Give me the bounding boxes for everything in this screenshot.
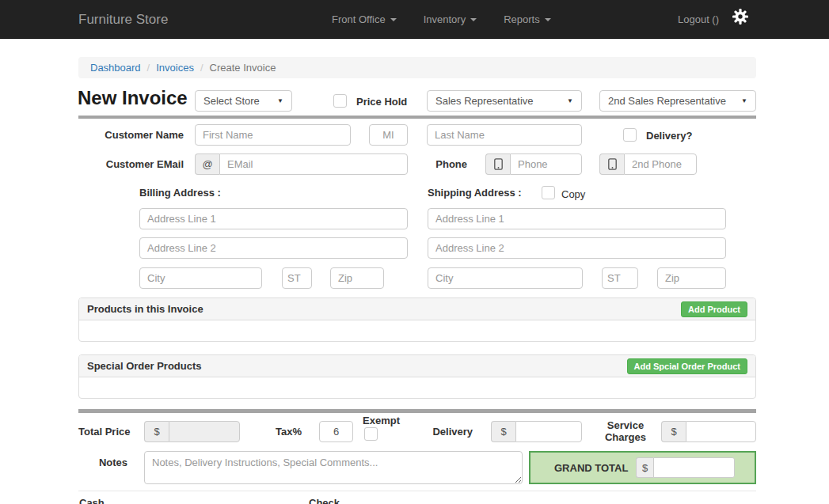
billing-state-input[interactable] [282,267,312,289]
select-arrow-icon: ▼ [567,97,573,104]
mi-input[interactable] [369,124,408,146]
phone-icon [485,153,510,175]
copy-label: Copy [561,188,585,200]
shipping-address-label: Shipping Address : [428,187,522,199]
caret-down-icon [390,18,397,21]
billing-address-label: Billing Address : [139,187,221,199]
add-special-order-product-button[interactable]: Add Spcial Order Product [627,358,747,374]
exempt-label: Exempt [363,415,400,426]
delivery-checkbox[interactable] [623,128,637,142]
delivery-amount-input[interactable] [515,421,582,442]
store-select-value: Select Store [203,95,260,107]
special-order-panel-title: Special Order Products [87,360,202,372]
special-order-panel-header: Special Order Products Add Spcial Order … [79,355,755,377]
service-charges-group: $ [661,421,756,442]
email-input[interactable] [219,153,408,175]
breadcrumb-link-dashboard[interactable]: Dashboard [90,62,141,74]
check-label: Check [309,497,340,504]
email-input-group: @ [195,153,408,175]
second-phone-input-group [599,153,697,175]
caret-down-icon [470,18,477,21]
customer-email-label: Customer EMail [78,158,184,170]
nav-item-front-office-label: Front Office [332,13,386,25]
sales-rep-select-value: Sales Representative [435,95,534,107]
totals-divider [78,409,756,413]
caret-down-icon [545,18,551,21]
cash-label: Cash [79,497,105,504]
price-hold-label: Price Hold [356,96,407,108]
grand-total-group: $ [636,457,735,478]
products-panel: Products in this Invoice Add Product [78,297,756,342]
shipping-address-line2-input[interactable] [428,237,726,259]
special-order-panel-body [79,377,755,398]
shipping-address-line1-input[interactable] [428,208,726,229]
header-divider [78,116,756,119]
logout-link[interactable]: Logout () [678,0,719,39]
service-charges-input[interactable] [686,421,756,442]
delivery-amount-group: $ [491,421,582,442]
billing-address-line2-input[interactable] [139,237,408,259]
copy-address-checkbox[interactable] [542,186,555,199]
total-price-input [169,421,240,442]
nav-item-front-office[interactable]: Front Office [332,13,397,25]
products-panel-body [79,320,755,341]
delivery-amount-label: Delivery [425,426,473,438]
shipping-city-input[interactable] [428,267,583,289]
notes-textarea[interactable] [144,451,523,484]
breadcrumb: Dashboard / Invoices / Create Invoice [78,57,756,78]
breadcrumb-separator: / [147,62,150,74]
grand-total-label: GRAND TOTAL [554,462,628,474]
currency-addon: $ [144,421,169,442]
price-hold-checkbox[interactable] [333,94,347,108]
total-price-group: $ [144,421,240,442]
nav-item-inventory-label: Inventory [424,13,466,25]
products-panel-title: Products in this Invoice [87,303,203,315]
page-title: New Invoice [78,87,188,109]
billing-zip-input[interactable] [330,267,384,289]
navbar-brand[interactable]: Furniture Store [78,0,168,39]
store-select[interactable]: Select Store ▼ [195,90,292,112]
sales-rep-select[interactable]: Sales Representative ▼ [427,90,582,112]
add-product-button[interactable]: Add Product [681,301,747,317]
email-at-addon: @ [195,153,219,175]
nav-item-inventory[interactable]: Inventory [424,13,477,25]
first-name-input[interactable] [195,124,351,146]
nav-item-reports-label: Reports [504,13,540,25]
phone-icon [599,153,624,175]
select-arrow-icon: ▼ [741,97,747,104]
grand-total-input[interactable] [653,457,735,478]
special-order-panel: Special Order Products Add Spcial Order … [78,354,756,399]
customer-name-label: Customer Name [78,129,184,141]
second-sales-rep-select-value: 2nd Sales Representative [608,95,726,107]
tax-input[interactable] [319,421,353,442]
grand-total-box: GRAND TOTAL $ [529,451,756,484]
second-sales-rep-select[interactable]: 2nd Sales Representative ▼ [599,90,756,112]
breadcrumb-separator: / [200,62,203,74]
total-price-label: Total Price [78,426,127,438]
service-charges-label: Service Charges [602,419,649,443]
shipping-state-input[interactable] [602,267,638,289]
nav-item-reports[interactable]: Reports [504,13,551,25]
notes-label: Notes [78,457,127,468]
currency-addon: $ [636,457,653,478]
settings-gear-icon[interactable] [732,9,748,25]
last-name-input[interactable] [427,124,582,146]
phone-input[interactable] [510,153,582,175]
tax-label: Tax% [254,426,302,438]
shipping-zip-input[interactable] [657,267,726,289]
select-arrow-icon: ▼ [277,97,283,104]
breadcrumb-link-invoices[interactable]: Invoices [156,62,194,74]
top-navbar: Furniture Store Front Office Inventory R… [0,0,829,39]
billing-address-line1-input[interactable] [139,208,408,229]
exempt-checkbox[interactable] [364,427,378,441]
second-phone-input[interactable] [624,153,697,175]
payment-divider [78,491,756,491]
navbar-menu: Front Office Inventory Reports [332,0,551,39]
phone-label: Phone [404,158,467,170]
create-invoice-page: Furniture Store Front Office Inventory R… [0,0,829,504]
breadcrumb-current: Create Invoice [210,62,276,74]
phone-input-group [485,153,582,175]
currency-addon: $ [491,421,515,442]
billing-city-input[interactable] [139,267,262,289]
delivery-label: Delivery? [646,130,693,142]
